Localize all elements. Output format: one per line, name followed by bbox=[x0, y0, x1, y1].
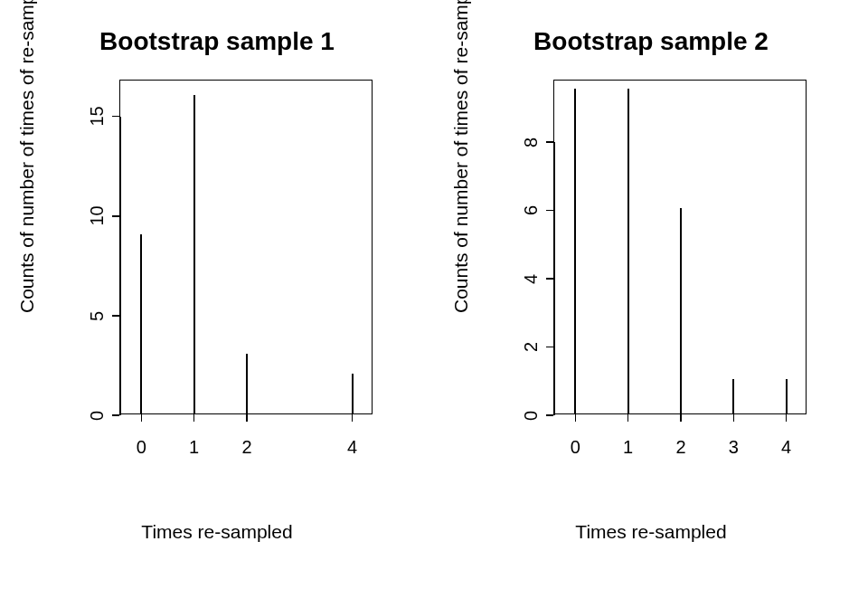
y-tick-label: 2 bbox=[521, 338, 542, 356]
y-tick-label: 0 bbox=[521, 407, 542, 425]
y-tick bbox=[546, 278, 553, 280]
y-tick bbox=[546, 210, 553, 212]
y-tick bbox=[112, 215, 119, 217]
bar bbox=[140, 234, 142, 413]
x-tick bbox=[141, 414, 143, 422]
y-tick bbox=[546, 414, 553, 416]
y-tick bbox=[112, 315, 119, 317]
y-tick-label: 4 bbox=[521, 270, 542, 288]
x-tick bbox=[733, 414, 735, 422]
x-tick bbox=[786, 414, 788, 422]
bar bbox=[680, 208, 682, 413]
x-tick-label: 4 bbox=[773, 437, 800, 458]
x-tick-label: 1 bbox=[615, 437, 642, 458]
x-tick bbox=[575, 414, 577, 422]
bar bbox=[352, 374, 354, 413]
bar bbox=[786, 379, 788, 413]
x-tick bbox=[680, 414, 682, 422]
bar bbox=[627, 89, 629, 413]
x-tick bbox=[193, 414, 195, 422]
x-tick bbox=[352, 414, 354, 422]
bar bbox=[246, 354, 248, 413]
y-tick-label: 15 bbox=[87, 108, 108, 126]
y-tick-label: 0 bbox=[87, 407, 108, 425]
chart-panel-2: Bootstrap sample 2 Counts of number of t… bbox=[434, 0, 868, 608]
x-axis-label-1: Times re-sampled bbox=[0, 521, 434, 543]
bar bbox=[193, 95, 195, 413]
x-axis-label-2: Times re-sampled bbox=[434, 521, 868, 543]
plot-area-2: 0246801234 bbox=[553, 80, 807, 414]
x-tick-label: 4 bbox=[339, 437, 366, 458]
x-tick-label: 3 bbox=[720, 437, 747, 458]
x-tick-label: 0 bbox=[127, 437, 155, 458]
y-tick-label: 10 bbox=[87, 207, 108, 225]
y-tick bbox=[546, 347, 553, 348]
chart-panel-1: Bootstrap sample 1 Counts of number of t… bbox=[0, 0, 434, 608]
y-tick bbox=[112, 414, 119, 416]
chart-title-1: Bootstrap sample 1 bbox=[0, 27, 434, 56]
y-axis-line bbox=[119, 117, 121, 415]
x-tick bbox=[627, 414, 629, 422]
y-axis-label-1: Counts of number of times of re-sampling bbox=[16, 295, 38, 313]
plot-area-1: 0510150124 bbox=[119, 80, 373, 414]
y-axis-line bbox=[553, 142, 555, 415]
chart-title-2: Bootstrap sample 2 bbox=[434, 27, 868, 56]
x-tick-label: 1 bbox=[181, 437, 208, 458]
x-tick bbox=[246, 414, 248, 422]
y-tick bbox=[546, 141, 553, 143]
x-tick-label: 0 bbox=[561, 437, 589, 458]
bar bbox=[574, 89, 576, 413]
y-tick-label: 8 bbox=[521, 133, 542, 151]
x-tick-label: 2 bbox=[667, 437, 694, 458]
y-tick bbox=[112, 116, 119, 118]
bar bbox=[732, 379, 734, 413]
y-tick-label: 6 bbox=[521, 202, 542, 220]
y-tick-label: 5 bbox=[87, 307, 108, 325]
x-tick-label: 2 bbox=[233, 437, 260, 458]
y-axis-label-2: Counts of number of times of re-sampling bbox=[450, 295, 472, 313]
